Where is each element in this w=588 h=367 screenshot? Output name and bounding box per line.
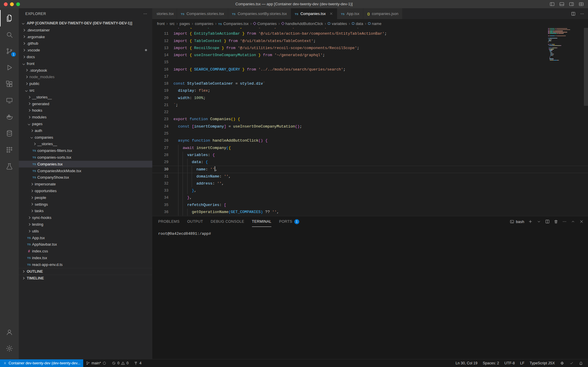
code-line-23[interactable]: 23export function Companies() { (152, 116, 588, 123)
cursor-position-status[interactable]: Ln 30, Col 19 (453, 359, 480, 367)
activity-item-run-debug[interactable] (0, 59, 19, 76)
tree-item-sync-hooks[interactable]: sync-hooks (19, 214, 152, 221)
tree-item-AppNavbar.tsx[interactable]: TSAppNavbar.tsx (19, 241, 152, 248)
eol-status[interactable]: LF (517, 359, 527, 367)
tab-Companies.tsx[interactable]: TSCompanies.tsx (291, 8, 337, 19)
code-line-27[interactable]: 27 await insertCompany({ (152, 145, 588, 152)
remote-indicator[interactable]: Container dev-twenty-dev (dev-twenty-dev… (0, 359, 83, 367)
tree-item-impersonate[interactable]: impersonate (19, 181, 152, 187)
close-window-button[interactable] (4, 2, 8, 6)
code-line-10[interactable]: 10import { WithTopBarContainer } from '@… (152, 28, 588, 30)
code-line-35[interactable]: 35 refetchQueries: [ (152, 202, 588, 209)
activity-item-docker[interactable] (0, 109, 19, 125)
tree-item-utils[interactable]: utils (19, 228, 152, 234)
code-line-28[interactable]: 28 variables: { (152, 152, 588, 159)
code-line-18[interactable]: 18const StyledTableContainer = styled.di… (152, 80, 588, 87)
code-line-32[interactable]: 32 address: '', (152, 180, 588, 187)
tree-item-generated[interactable]: generated (19, 100, 152, 107)
activity-item-source-control[interactable]: 1 (0, 43, 19, 59)
tree-item-people[interactable]: people (19, 194, 152, 201)
breadcrumb-front[interactable]: front (157, 21, 165, 26)
code-line-16[interactable]: 16import { SEARCH_COMPANY_QUERY } from '… (152, 66, 588, 73)
tree-item-.ergomake[interactable]: .ergomake (19, 33, 152, 40)
breadcrumb-pages[interactable]: pages (180, 21, 190, 26)
activity-item-search[interactable] (0, 26, 19, 43)
close-panel-button[interactable] (579, 219, 584, 224)
code-line-15[interactable]: 15 (152, 59, 588, 66)
panel-tab-TERMINAL[interactable]: TERMINAL (252, 216, 271, 227)
prettier-status[interactable] (567, 359, 576, 367)
encoding-status[interactable]: UTF-8 (502, 359, 517, 367)
terminal-dropdown-button[interactable] (537, 219, 541, 224)
panel-tab-DEBUG CONSOLE[interactable]: DEBUG CONSOLE (211, 216, 244, 227)
tree-item-auth[interactable]: auth (19, 127, 152, 134)
tree-item-companies-filters.tsx[interactable]: TScompanies-filters.tsx (19, 147, 152, 154)
code-line-33[interactable]: 33 }, (152, 187, 588, 194)
code-line-19[interactable]: 19 display: flex; (152, 87, 588, 94)
language-mode-status[interactable]: TypeScript JSX (527, 359, 557, 367)
breadcrumb-src[interactable]: src (170, 21, 175, 26)
split-terminal-button[interactable] (545, 219, 550, 224)
code-editor[interactable]: 10import { WithTopBarContainer } from '@… (152, 28, 588, 216)
toggle-primary-sidebar-button[interactable] (549, 1, 555, 7)
scrollbar-slider[interactable] (584, 28, 588, 106)
maximize-panel-button[interactable] (571, 219, 575, 224)
tree-item-testing[interactable]: testing (19, 221, 152, 228)
editor-more-actions-button[interactable] (580, 11, 584, 16)
tree-item-front[interactable]: front (19, 60, 152, 67)
breadcrumb-data[interactable]: data (352, 21, 363, 26)
breadcrumb-Companies.tsx[interactable]: TSCompanies.tsx (218, 21, 248, 26)
code-line-30[interactable]: 30 name: '', (152, 166, 588, 173)
tree-item-pages[interactable]: pages (19, 120, 152, 127)
code-line-22[interactable]: 22 (152, 109, 588, 116)
minimap[interactable] (548, 28, 584, 216)
breadcrumb-handleAddButtonClick[interactable]: handleAddButtonClick (282, 21, 323, 26)
tree-item-index.css[interactable]: #index.css (19, 248, 152, 254)
toggle-secondary-sidebar-button[interactable] (569, 1, 574, 7)
terminal-prompt[interactable]: root@0a42ecd84891:/app# (158, 232, 211, 236)
panel-tab-OUTPUT[interactable]: OUTPUT (187, 216, 203, 227)
kill-terminal-button[interactable] (554, 219, 558, 224)
tree-item-src[interactable]: src (19, 87, 152, 94)
tree-item-docs[interactable]: docs (19, 53, 152, 60)
breadcrumb-Companies[interactable]: Companies (253, 21, 277, 26)
tree-item-modules[interactable]: modules (19, 114, 152, 120)
tab-Companies.stories.tsx[interactable]: TSCompanies.stories.tsx (177, 8, 228, 19)
activity-item-account[interactable] (0, 324, 19, 340)
code-line-34[interactable]: 34 }, (152, 194, 588, 201)
code-line-12[interactable]: 12import { TableContext } from '@/ui/tab… (152, 38, 588, 45)
zoom-window-button[interactable] (16, 2, 20, 6)
tree-item-node_modules[interactable]: node_modules (19, 74, 152, 81)
tree-item-public[interactable]: public (19, 80, 152, 87)
problems-status[interactable]: 0 0 (109, 359, 131, 367)
tree-item-.github[interactable]: .github (19, 40, 152, 47)
tree-item-.vscode[interactable]: .vscode (19, 47, 152, 53)
tree-item-__stories__[interactable]: __stories__ (19, 94, 152, 100)
workspace-section-header[interactable]: APP [CONTAINER DEV-TWENTY-DEV (DEV-TWENT… (19, 19, 152, 27)
branch-status[interactable]: main* (83, 359, 109, 367)
tree-item-__stories__[interactable]: __stories__ (19, 141, 152, 148)
code-line-11[interactable]: 11import { EntityTableActionBar } from '… (152, 30, 588, 37)
outline-section-header[interactable]: OUTLINE (19, 268, 152, 275)
editor-scrollbar[interactable] (584, 28, 588, 216)
breadcrumb-name[interactable]: name (368, 21, 382, 26)
tree-item-.devcontainer[interactable]: .devcontainer (19, 27, 152, 33)
activity-item-database[interactable] (0, 125, 19, 142)
tab-Companies.sortBy.stories.tsx[interactable]: TSCompanies.sortBy.stories.tsx (228, 8, 291, 19)
activity-item-testing[interactable] (0, 158, 19, 175)
code-line-24[interactable]: 24 const [insertCompany] = useInsertOneC… (152, 123, 588, 130)
tree-item-CompanyShow.tsx[interactable]: TSCompanyShow.tsx (19, 174, 152, 181)
code-line-29[interactable]: 29 data: { (152, 159, 588, 166)
tree-item-index.tsx[interactable]: TSindex.tsx (19, 254, 152, 261)
terminal-shell-selector[interactable]: bash (510, 219, 524, 224)
tree-item-companies[interactable]: companies (19, 134, 152, 141)
panel-more-actions-button[interactable] (562, 219, 567, 224)
breadcrumb-companies[interactable]: companies (195, 21, 213, 26)
tab-stories.tsx[interactable]: stories.tsx (152, 8, 177, 19)
tree-item-.storybook[interactable]: .storybook (19, 67, 152, 74)
tree-item-App.tsx[interactable]: TSApp.tsx (19, 234, 152, 241)
code-line-31[interactable]: 31 domainName: '', (152, 173, 588, 180)
panel-tab-PORTS[interactable]: PORTS1 (279, 216, 299, 227)
tree-item-CompaniesMockMode.tsx[interactable]: TSCompaniesMockMode.tsx (19, 167, 152, 174)
code-line-13[interactable]: 13import { RecoilScope } from '@/ui/util… (152, 45, 588, 52)
